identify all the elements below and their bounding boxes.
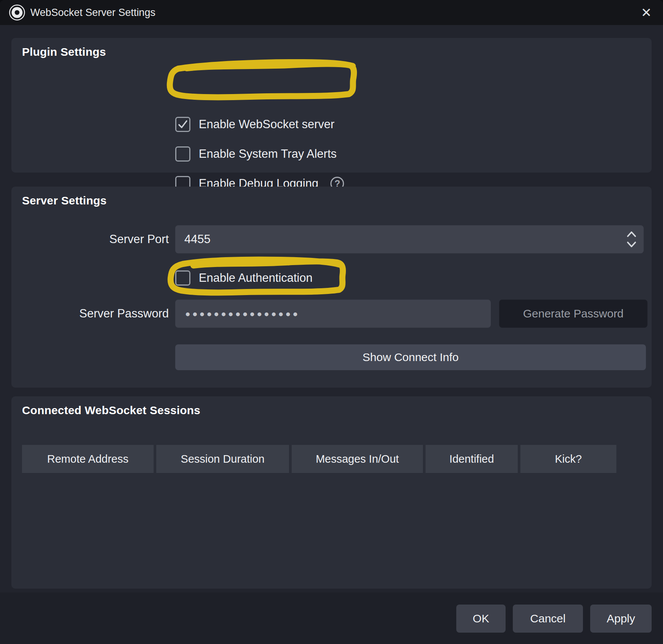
enable-authentication-label: Enable Authentication [199, 271, 313, 285]
server-port-label: Server Port [22, 231, 169, 248]
column-header-messages-in-out[interactable]: Messages In/Out [292, 445, 423, 473]
enable-websocket-server-checkbox[interactable] [175, 117, 190, 132]
sessions-heading: Connected WebSocket Sessions [22, 404, 200, 417]
column-header-remote-address[interactable]: Remote Address [22, 445, 154, 473]
server-port-value: 4455 [184, 232, 211, 246]
enable-tray-alerts-checkbox[interactable] [175, 146, 190, 162]
spinbox-arrows-icon[interactable] [625, 229, 638, 250]
sessions-table-header: Remote Address Session Duration Messages… [22, 445, 618, 473]
enable-tray-alerts-row[interactable]: Enable System Tray Alerts [175, 146, 337, 162]
generate-password-button[interactable]: Generate Password [499, 300, 647, 328]
server-password-input[interactable]: ●●●●●●●●●●●●●●●● [175, 300, 491, 328]
enable-websocket-server-row[interactable]: Enable WebSocket server [175, 116, 335, 133]
cancel-button[interactable]: Cancel [513, 605, 583, 633]
enable-authentication-checkbox[interactable] [175, 270, 190, 286]
column-header-kick[interactable]: Kick? [520, 445, 616, 473]
titlebar: WebSocket Server Settings ✕ [0, 0, 663, 25]
column-header-session-duration[interactable]: Session Duration [156, 445, 289, 473]
window-title: WebSocket Server Settings [30, 7, 156, 19]
websocket-settings-dialog: WebSocket Server Settings ✕ Plugin Setti… [0, 0, 663, 644]
plugin-settings-heading: Plugin Settings [22, 46, 106, 58]
server-settings-panel: Server Settings Server Port 4455 Enable … [11, 187, 652, 388]
close-icon[interactable]: ✕ [638, 6, 655, 19]
server-password-masked-value: ●●●●●●●●●●●●●●●● [185, 300, 300, 328]
plugin-settings-panel: Plugin Settings Enable WebSocket server … [11, 38, 652, 173]
server-settings-heading: Server Settings [22, 194, 107, 207]
apply-button[interactable]: Apply [590, 605, 652, 633]
enable-tray-alerts-label: Enable System Tray Alerts [199, 147, 337, 161]
checkmark-icon [178, 119, 188, 130]
server-password-label: Server Password [22, 305, 169, 322]
sessions-panel: Connected WebSocket Sessions Remote Addr… [11, 396, 652, 589]
obs-logo-icon [8, 4, 26, 21]
server-port-input[interactable]: 4455 [175, 225, 644, 253]
sessions-table-body [22, 476, 641, 580]
enable-authentication-row[interactable]: Enable Authentication [175, 270, 313, 286]
show-connect-info-button[interactable]: Show Connect Info [175, 344, 646, 370]
ok-button[interactable]: OK [456, 605, 506, 633]
column-header-identified[interactable]: Identified [426, 445, 518, 473]
enable-websocket-server-label: Enable WebSocket server [199, 118, 335, 131]
